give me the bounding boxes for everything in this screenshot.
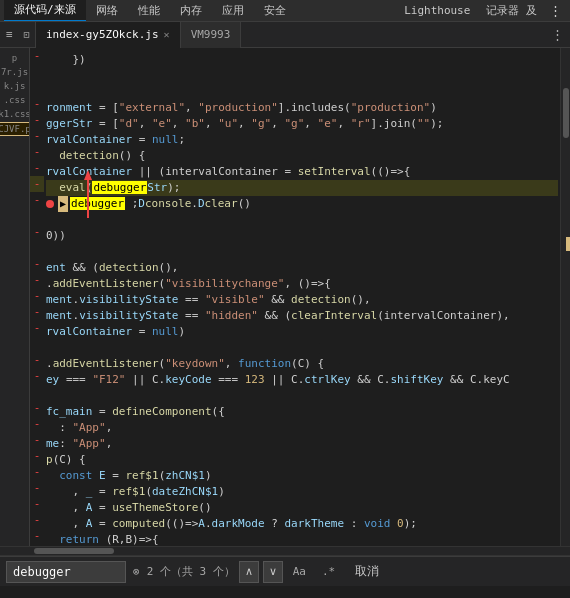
sidebar-file-item2: 7r.js: [0, 66, 30, 78]
lighthouse-label: Lighthouse: [396, 4, 478, 17]
sidebar-file-item6: CJVF.p: [0, 122, 30, 136]
code-line-app1: : "App",: [46, 420, 558, 436]
diff-gutter: - - - - - - - - - - - - - - - -: [30, 48, 44, 546]
diff-minus-8: -: [30, 192, 44, 208]
file-tab-vm[interactable]: VM9993: [181, 22, 242, 48]
horizontal-scrollbar-thumb[interactable]: [34, 548, 114, 554]
diff-minus-4: -: [30, 128, 44, 144]
debugger-highlight-eval: debugger: [92, 181, 147, 194]
file-tab-index-close[interactable]: ✕: [164, 29, 170, 40]
search-next-button[interactable]: ∨: [263, 561, 283, 583]
code-line-return: return (R,B)=>{: [46, 532, 558, 546]
diff-minus-16: -: [30, 368, 44, 384]
code-line-empty2: [46, 84, 558, 100]
diff-empty-6: [30, 384, 44, 400]
code-line-fc: fc_main = defineComponent({: [46, 404, 558, 420]
diff-empty-2: [30, 80, 44, 96]
search-cancel-button[interactable]: 取消: [349, 563, 385, 580]
file-tab-index-label: index-gy5ZOkck.js: [46, 28, 159, 41]
code-line-1: }): [46, 52, 558, 68]
diff-minus-22: -: [30, 480, 44, 496]
code-line-7: detection() {: [46, 148, 558, 164]
search-match-case-button[interactable]: Aa: [287, 562, 312, 581]
code-line-vis1: ment.visibilityState == "visible" && det…: [46, 292, 558, 308]
tab-sources[interactable]: 源代码/来源: [4, 0, 86, 22]
code-line-addev1: .addEventListener("visibilitychange", ()…: [46, 276, 558, 292]
scrollbar-thumb[interactable]: [563, 88, 569, 138]
sidebar-toggle-icon[interactable]: ≡: [6, 28, 13, 41]
diff-minus-19: -: [30, 432, 44, 448]
code-line-theme: , A = useThemeStore(): [46, 500, 558, 516]
tab-performance[interactable]: 性能: [128, 0, 170, 22]
diff-minus-2: -: [30, 96, 44, 112]
code-editor[interactable]: }) ronment = ["external", "production"].…: [44, 48, 560, 546]
file-tab-more-icon[interactable]: ⋮: [545, 27, 570, 42]
code-line-pc: p(C) {: [46, 452, 558, 468]
diff-minus-6: -: [30, 160, 44, 176]
diff-minus-9: -: [30, 224, 44, 240]
code-line-computed: , A = computed(()=>A.darkMode ? darkThem…: [46, 516, 558, 532]
diff-empty-3: [30, 208, 44, 224]
code-line-5: ggerStr = ["d", "e", "b", "u", "g", "g",…: [46, 116, 558, 132]
debugger-highlight-main: debugger: [70, 197, 125, 210]
diff-minus-5: -: [30, 144, 44, 160]
diff-minus-11: -: [30, 272, 44, 288]
code-line-keydown: .addEventListener("keydown", function(C)…: [46, 356, 558, 372]
code-line-eval: eval(debuggerStr);: [46, 180, 558, 196]
code-line-8: rvalContainer || (intervalContainer = se…: [46, 164, 558, 180]
horizontal-scrollbar[interactable]: [0, 546, 570, 556]
code-line-f12: ey === "F12" || C.keyCode === 123 || C.c…: [46, 372, 558, 388]
file-tab-index[interactable]: index-gy5ZOkck.js ✕: [36, 22, 181, 48]
tab-application[interactable]: 应用: [212, 0, 254, 22]
scrollbar-highlight: [566, 237, 570, 251]
search-clear-button[interactable]: ⊗: [130, 565, 143, 578]
diff-minus-3: -: [30, 112, 44, 128]
code-line-empty5: [46, 340, 558, 356]
source-tree-icon[interactable]: ⊡: [23, 29, 29, 40]
sidebar-file-item4: .css: [2, 94, 28, 106]
nav-tabs: 源代码/来源 网络 性能 内存 应用 安全 Lighthouse 记录器 及 ⋮: [0, 0, 570, 22]
code-line-const-e: const E = ref$1(zhCN$1): [46, 468, 558, 484]
search-prev-button[interactable]: ∧: [239, 561, 259, 583]
file-tabs: ≡ ⊡ index-gy5ZOkck.js ✕ VM9993 ⋮: [0, 22, 570, 48]
code-area: - - - - - - - - - - - - - - - -: [30, 48, 570, 546]
search-regex-button[interactable]: .*: [316, 562, 341, 581]
search-input[interactable]: [6, 561, 126, 583]
code-line-ent: ent && (detection(),: [46, 260, 558, 276]
sidebar-file-item5: k1.css: [0, 108, 30, 120]
diff-minus-25: -: [30, 528, 44, 544]
diff-minus-17: -: [30, 400, 44, 416]
scrollbar-track[interactable]: [560, 48, 570, 546]
diff-minus-1: -: [30, 48, 44, 64]
tab-security[interactable]: 安全: [254, 0, 296, 22]
recorder-label: 记录器 及: [478, 3, 545, 18]
diff-minus-7: -: [30, 176, 44, 192]
diff-minus-13: -: [30, 304, 44, 320]
settings-icon[interactable]: ⋮: [545, 3, 566, 18]
diff-minus-26: -: [30, 544, 44, 546]
tab-memory[interactable]: 内存: [170, 0, 212, 22]
diff-minus-23: -: [30, 496, 44, 512]
diff-empty-5: [30, 336, 44, 352]
code-line-ref1: , _ = ref$1(dateZhCN$1): [46, 484, 558, 500]
diff-minus-21: -: [30, 464, 44, 480]
code-line-4: ronment = ["external", "production"].inc…: [46, 100, 558, 116]
current-line-arrow: ▶: [58, 196, 68, 212]
editor-container: p 7r.js k.js .css k1.css CJVF.p - - - - …: [0, 48, 570, 546]
code-line-vis2: ment.visibilityState == "hidden" && (cle…: [46, 308, 558, 324]
diff-minus-18: -: [30, 416, 44, 432]
code-line-empty3: [46, 212, 558, 228]
diff-minus-15: -: [30, 352, 44, 368]
code-line-6: rvalContainer = null;: [46, 132, 558, 148]
sidebar-file-item3: k.js: [2, 80, 28, 92]
sidebar-file-item: p: [10, 52, 19, 64]
diff-minus-10: -: [30, 256, 44, 272]
diff-empty-1: [30, 64, 44, 80]
search-count: 2 个（共 3 个）: [147, 564, 235, 579]
code-line-app2: me: "App",: [46, 436, 558, 452]
tab-network[interactable]: 网络: [86, 0, 128, 22]
diff-empty-4: [30, 240, 44, 256]
file-tab-vm-label: VM9993: [191, 28, 231, 41]
code-line-empty1: [46, 68, 558, 84]
diff-minus-12: -: [30, 288, 44, 304]
